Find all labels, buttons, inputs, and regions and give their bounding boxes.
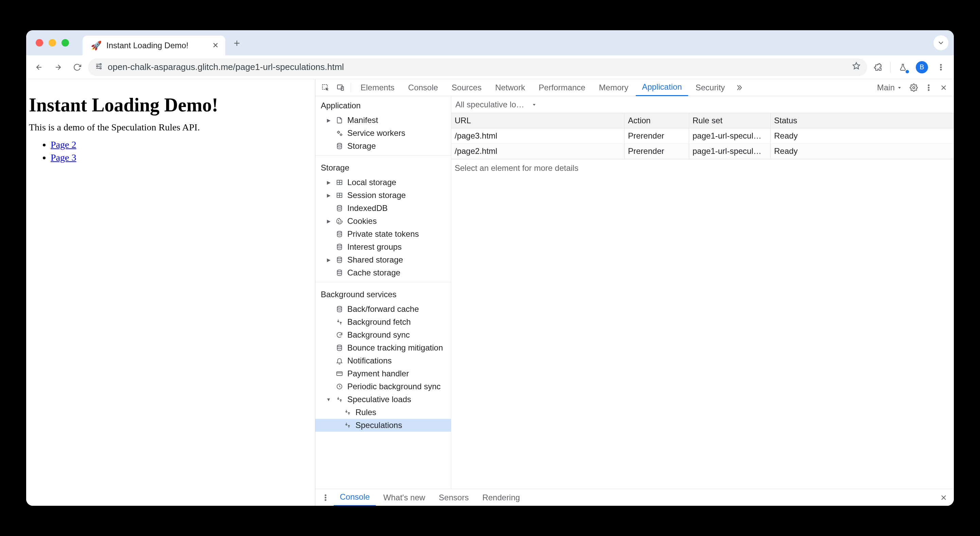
tab-console[interactable]: Console <box>402 79 444 96</box>
devtools-menu-button[interactable] <box>922 81 935 94</box>
column-status[interactable]: Status <box>771 113 954 128</box>
triangle-right-icon[interactable]: ▶ <box>326 192 332 198</box>
sidebar-item-payment-handler[interactable]: Payment handler <box>315 367 451 380</box>
sidebar-item-background-fetch[interactable]: Background fetch <box>315 316 451 328</box>
drawer-tab-sensors[interactable]: Sensors <box>433 489 475 506</box>
minimize-window-button[interactable] <box>49 39 56 46</box>
sidebar-item-session-storage[interactable]: ▶Session storage <box>315 189 451 202</box>
sidebar-item-cache-storage[interactable]: Cache storage <box>315 266 451 279</box>
db-icon <box>335 269 344 277</box>
close-drawer-button[interactable] <box>937 491 950 504</box>
browser-tab[interactable]: 🚀 Instant Loading Demo! ✕ <box>83 36 225 56</box>
sidebar-item-indexeddb[interactable]: IndexedDB <box>315 202 451 215</box>
sidebar-item-label: Notifications <box>347 356 448 366</box>
devtools-tabbar: Elements Console Sources Network Perform… <box>315 79 954 96</box>
settings-button[interactable] <box>907 81 921 94</box>
sidebar-item-back-forward-cache[interactable]: Back/forward cache <box>315 303 451 316</box>
drawer-tab-console[interactable]: Console <box>334 489 376 506</box>
page-viewport[interactable]: Instant Loading Demo! This is a demo of … <box>26 79 315 506</box>
column-url[interactable]: URL <box>451 113 625 128</box>
divider <box>351 83 351 92</box>
bookmark-button[interactable] <box>852 62 861 72</box>
sidebar-item-manifest[interactable]: ▶Manifest <box>315 114 451 127</box>
sidebar-item-notifications[interactable]: Notifications <box>315 354 451 367</box>
db-icon <box>335 205 344 212</box>
content-area: Instant Loading Demo! This is a demo of … <box>26 79 954 506</box>
triangle-right-icon[interactable]: ▶ <box>326 218 332 224</box>
table-row[interactable]: /page2.htmlPrerenderpage1-url-specul…Rea… <box>451 144 954 159</box>
sidebar-item-shared-storage[interactable]: ▶Shared storage <box>315 253 451 266</box>
address-bar[interactable]: open-chalk-asparagus.glitch.me/page1-url… <box>88 59 867 76</box>
sidebar-item-cookies[interactable]: ▶Cookies <box>315 215 451 227</box>
close-devtools-button[interactable] <box>937 81 950 94</box>
tab-elements[interactable]: Elements <box>355 79 401 96</box>
triangle-right-icon[interactable]: ▶ <box>326 257 332 262</box>
sidebar-item-periodic-background-sync[interactable]: Periodic background sync <box>315 380 451 393</box>
close-window-button[interactable] <box>36 39 43 46</box>
application-sidebar[interactable]: Application▶ManifestService workersStora… <box>315 96 451 489</box>
sidebar-item-speculative-loads[interactable]: ▼Speculative loads <box>315 393 451 406</box>
column-ruleset[interactable]: Rule set <box>689 113 771 128</box>
close-tab-icon[interactable]: ✕ <box>212 41 218 50</box>
speculation-filter-select[interactable]: All speculative loa… <box>455 100 537 110</box>
reload-icon <box>73 63 81 72</box>
tab-sources[interactable]: Sources <box>445 79 488 96</box>
drawer-tab-rendering[interactable]: Rendering <box>476 489 526 506</box>
db-icon <box>335 142 344 150</box>
sidebar-item-label: Cookies <box>347 216 448 226</box>
inspect-element-button[interactable] <box>319 81 332 94</box>
tab-security[interactable]: Security <box>689 79 731 96</box>
sidebar-section-title: Background services <box>315 285 451 303</box>
target-selector[interactable]: Main <box>873 83 905 92</box>
url-text: open-chalk-asparagus.glitch.me/page1-url… <box>108 62 344 72</box>
gears-icon <box>335 129 344 137</box>
sidebar-item-service-workers[interactable]: Service workers <box>315 127 451 140</box>
sidebar-item-label: Service workers <box>347 129 448 138</box>
triangle-right-icon[interactable]: ▶ <box>326 180 332 185</box>
triangle-right-icon[interactable]: ▶ <box>326 118 332 123</box>
table-row[interactable]: /page3.htmlPrerenderpage1-url-specul…Rea… <box>451 129 954 144</box>
page-link[interactable]: Page 2 <box>51 139 76 150</box>
drawer-menu-button[interactable] <box>319 491 332 504</box>
browser-window: 🚀 Instant Loading Demo! ✕ ＋ open-chalk-a… <box>26 30 954 506</box>
tab-performance[interactable]: Performance <box>533 79 591 96</box>
sidebar-item-local-storage[interactable]: ▶Local storage <box>315 176 451 189</box>
sidebar-item-speculations[interactable]: Speculations <box>315 419 451 432</box>
sidebar-item-private-state-tokens[interactable]: Private state tokens <box>315 227 451 240</box>
reload-button[interactable] <box>69 59 85 75</box>
device-toolbar-button[interactable] <box>334 81 347 94</box>
new-tab-button[interactable]: ＋ <box>231 37 243 49</box>
svg-point-37 <box>337 257 342 259</box>
sidebar-item-background-sync[interactable]: Background sync <box>315 328 451 341</box>
kebab-icon <box>937 63 945 72</box>
tab-application[interactable]: Application <box>636 79 688 96</box>
forward-button[interactable] <box>50 59 66 75</box>
drawer-tab-whatsnew[interactable]: What's new <box>377 489 431 506</box>
tab-network[interactable]: Network <box>489 79 531 96</box>
tab-search-button[interactable] <box>934 35 948 50</box>
toolbar: open-chalk-asparagus.glitch.me/page1-url… <box>26 56 954 79</box>
triangle-down-icon[interactable]: ▼ <box>326 397 332 402</box>
sidebar-item-bounce-tracking-mitigation[interactable]: Bounce tracking mitigation <box>315 341 451 354</box>
target-label: Main <box>877 83 895 92</box>
devtools-panel: Elements Console Sources Network Perform… <box>315 79 954 506</box>
sidebar-item-rules[interactable]: Rules <box>315 406 451 419</box>
sidebar-item-storage[interactable]: Storage <box>315 140 451 153</box>
sidebar-item-label: Bounce tracking mitigation <box>347 343 448 353</box>
sidebar-item-label: Speculative loads <box>347 395 448 404</box>
more-tabs-button[interactable] <box>732 81 746 94</box>
page-link[interactable]: Page 3 <box>51 152 76 163</box>
site-settings-icon[interactable] <box>95 62 103 72</box>
menu-button[interactable] <box>933 59 949 75</box>
tab-memory[interactable]: Memory <box>593 79 635 96</box>
profile-button[interactable]: B <box>914 59 930 75</box>
db-icon <box>335 305 344 313</box>
labs-button[interactable] <box>895 59 911 75</box>
devices-icon <box>336 84 345 92</box>
cell-action: Prerender <box>625 129 689 143</box>
back-button[interactable] <box>31 59 47 75</box>
maximize-window-button[interactable] <box>62 39 69 46</box>
column-action[interactable]: Action <box>625 113 689 128</box>
extensions-button[interactable] <box>870 59 886 75</box>
sidebar-item-interest-groups[interactable]: Interest groups <box>315 240 451 253</box>
